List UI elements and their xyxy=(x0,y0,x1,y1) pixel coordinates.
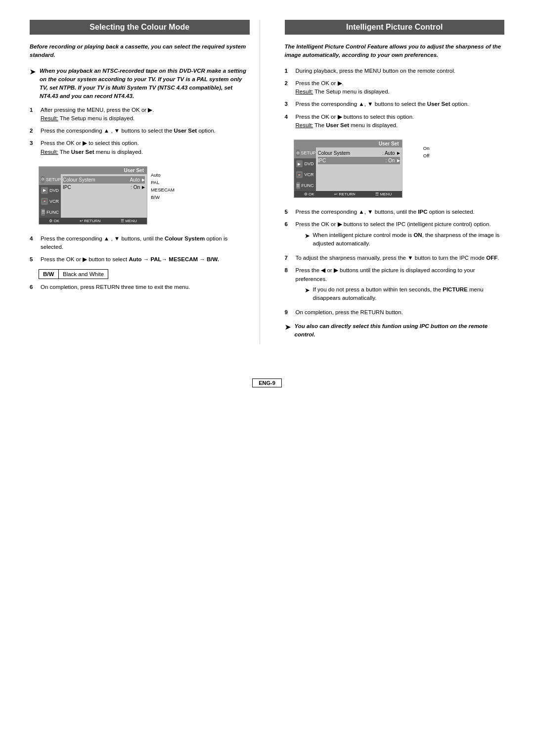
step-content: Press the corresponding ▲ , ▼ buttons, u… xyxy=(41,235,250,252)
step-content: After pressing the MENU, press the OK or… xyxy=(41,106,250,123)
step-number: 6 xyxy=(30,283,39,291)
right-step-5: 5 Press the corresponding ▲, ▼ buttons, … xyxy=(285,208,505,216)
arrow-icon: ➤ xyxy=(305,285,310,303)
left-step-6: 6 On completion, press RETURN three time… xyxy=(30,283,250,291)
left-step-4: 4 Press the corresponding ▲ , ▼ buttons,… xyxy=(30,235,250,252)
menu-row-ipc: IPC : On ▶ xyxy=(63,184,145,191)
func-icon: ☰ xyxy=(41,209,45,216)
bw-row: B/W Black and White xyxy=(39,269,108,279)
left-menu-screenshot: User Set ⚙ SETUP ▶ DVD xyxy=(39,166,147,225)
sub-arrow-text: When intelligent picture control mode is… xyxy=(313,231,505,248)
left-arrow-point: ➤ When you playback an NTSC-recorded tap… xyxy=(30,67,250,101)
page-number-wrapper: ENG-9 xyxy=(30,364,504,387)
right-menu-screenshot-wrapper: User Set ⚙ SETUP ▶ DVD xyxy=(285,135,402,203)
left-steps-4-5: 4 Press the corresponding ▲ , ▼ buttons,… xyxy=(30,235,250,264)
vcr-icon: 📼 xyxy=(296,171,303,178)
step-number: 1 xyxy=(30,106,39,123)
right-steps-1-4: 1 During playback, press the MENU button… xyxy=(285,67,505,130)
left-intro: Before recording or playing back a casse… xyxy=(30,43,250,60)
page-container: Selecting the Colour Mode Before recordi… xyxy=(30,20,504,387)
step-number: 1 xyxy=(285,67,294,75)
menu-row-ipc: IPC : On ▶ xyxy=(318,157,400,164)
sub-arrow-text: If you do not press a button within ten … xyxy=(313,285,505,303)
right-step-1: 1 During playback, press the MENU button… xyxy=(285,67,505,75)
row-label: Colour System xyxy=(318,150,382,156)
left-menu-note: AutoPALMESECAMB/W xyxy=(151,171,175,201)
menu-body: ⚙ SETUP ▶ DVD 📼 VCR xyxy=(39,174,147,218)
menu-title-bar: User Set xyxy=(39,167,147,174)
dvd-icon: ▶ xyxy=(296,160,303,167)
left-step-1: 1 After pressing the MENU, press the OK … xyxy=(30,106,250,123)
right-section-header: Intelligent Picture Control xyxy=(285,20,505,35)
arrow-icon: ➤ xyxy=(285,322,291,339)
menu-sidebar: ⚙ SETUP ▶ DVD 📼 VCR xyxy=(39,174,61,218)
row-value: : On xyxy=(131,185,140,190)
left-step-5: 5 Press the OK or ▶ button to select Aut… xyxy=(30,255,250,264)
arrow-icon: ➤ xyxy=(30,67,36,101)
setup-icon: ⚙ xyxy=(296,149,300,156)
row-value: : Auto xyxy=(382,150,395,156)
row-value: Auto xyxy=(130,177,140,183)
step-content: During playback, press the MENU button o… xyxy=(296,67,505,75)
arrow-icon: ➤ xyxy=(305,231,310,248)
row-label: Colour System xyxy=(63,177,130,183)
sub-arrow-point-8: ➤ If you do not press a button within te… xyxy=(305,285,505,303)
step-content: To adjust the sharpness manually, press … xyxy=(296,254,505,262)
step-number: 2 xyxy=(30,127,39,135)
step-number: 9 xyxy=(285,308,294,317)
bw-col2: Black and White xyxy=(59,269,108,279)
result-word: Result: xyxy=(41,149,58,155)
right-final-arrow: ➤ You also can directly select this funt… xyxy=(285,322,505,339)
left-step-3: 3 Press the OK or ▶ to select this optio… xyxy=(30,139,250,156)
step-number: 2 xyxy=(285,79,294,96)
step-content: Press the corresponding ▲, ▼ buttons to … xyxy=(296,100,505,108)
row-label: IPC xyxy=(63,185,131,190)
step-content: Press the OK or ▶ buttons to select this… xyxy=(296,113,505,130)
sidebar-item-vcr: 📼 VCR xyxy=(39,196,61,207)
result-line: Result: The User Set menu is displayed. xyxy=(296,122,398,128)
step-content: On completion, press the RETURN button. xyxy=(296,308,505,317)
func-label: FUNC xyxy=(46,210,59,215)
right-step-7: 7 To adjust the sharpness manually, pres… xyxy=(285,254,505,262)
step-content: Press the ◀ or ▶ buttons until the pictu… xyxy=(296,266,505,304)
sidebar-item-func: ☰ FUNC xyxy=(39,207,61,218)
left-step-2: 2 Press the corresponding ▲ , ▼ buttons … xyxy=(30,127,250,135)
func-label: FUNC xyxy=(302,183,314,188)
right-step-9: 9 On completion, press the RETURN button… xyxy=(285,308,505,317)
sidebar-item-setup: ⚙ SETUP xyxy=(294,147,316,158)
sub-arrow-point: ➤ When intelligent picture control mode … xyxy=(305,231,505,248)
step-number: 4 xyxy=(285,113,294,130)
sidebar-item-vcr: 📼 VCR xyxy=(294,169,316,180)
dvd-label: DVD xyxy=(304,161,313,166)
page-number: ENG-9 xyxy=(252,378,282,387)
setup-label: SETUP xyxy=(46,177,61,182)
right-step-6: 6 Press the OK or ▶ buttons to select th… xyxy=(285,220,505,250)
footer-return: ↩ RETURN xyxy=(80,219,101,223)
left-menu-screenshot-wrapper: User Set ⚙ SETUP ▶ DVD xyxy=(30,161,147,230)
row-arrow: ▶ xyxy=(397,151,400,155)
menu-content: Colour System : Auto ▶ IPC : On ▶ xyxy=(316,147,402,191)
footer-menu: ☰ MENU xyxy=(121,219,137,223)
right-intro: The Intelligent Picture Control Feature … xyxy=(285,43,505,60)
vcr-label: VCR xyxy=(304,172,313,177)
vcr-icon: 📼 xyxy=(41,198,48,205)
final-arrow-text: You also can directly select this funtio… xyxy=(295,322,505,339)
vcr-label: VCR xyxy=(49,199,59,204)
footer-ok: ⚙ OK xyxy=(304,192,314,196)
step-content: Press the OK or ▶. Result: The Setup men… xyxy=(296,79,505,96)
step-content: Press the OK or ▶ to select this option.… xyxy=(41,139,250,156)
result-word: Result: xyxy=(296,89,313,94)
step-number: 4 xyxy=(30,235,39,252)
result-word: Result: xyxy=(296,122,313,128)
row-label: IPC xyxy=(318,158,386,163)
sidebar-item-setup: ⚙ SETUP xyxy=(39,174,61,185)
bw-col1: B/W xyxy=(39,269,59,279)
menu-row-colour: Colour System : Auto ▶ xyxy=(318,149,400,157)
result-line: Result: The Setup menu is displayed. xyxy=(41,115,134,121)
menu-content: Colour System Auto ▶ IPC : On ▶ xyxy=(61,174,147,218)
sidebar-item-dvd: ▶ DVD xyxy=(294,158,316,169)
right-step-3: 3 Press the corresponding ▲, ▼ buttons t… xyxy=(285,100,505,108)
menu-footer: ⚙ OK ↩ RETURN ☰ MENU xyxy=(294,191,402,197)
right-menu-note: OnOff xyxy=(423,144,430,159)
left-steps-1-3: 1 After pressing the MENU, press the OK … xyxy=(30,106,250,156)
